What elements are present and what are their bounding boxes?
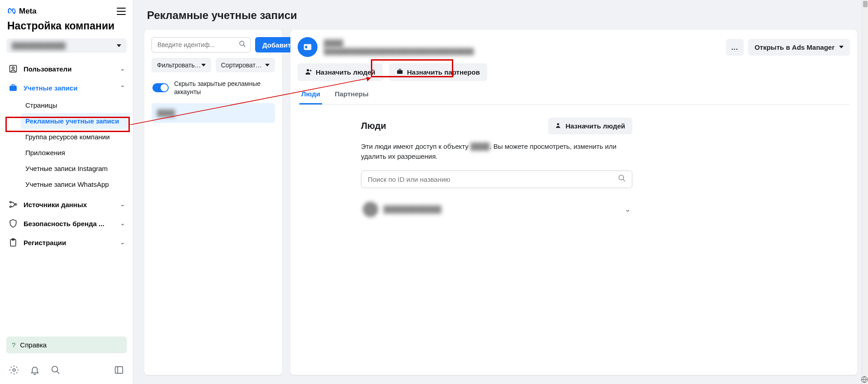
account-detail-panel: ████ ███████████████████████████████████… [290,30,857,375]
nav-accounts[interactable]: Учетные записи ⌃ [5,78,128,97]
search-input[interactable] [152,37,251,52]
help-icon: ? [12,341,15,349]
account-name: ████████████ [12,42,66,49]
search-icon[interactable] [51,365,61,377]
sidebar: Meta Настройка компании ████████████ Пол… [0,0,133,384]
hamburger-icon[interactable] [117,8,126,15]
toggle-label: Скрыть закрытые рекламные аккаунты [174,80,274,96]
brand-text: Meta [19,7,37,16]
assign-people-button-2[interactable]: Назначить людей [548,118,632,134]
search-icon [239,40,246,49]
chevron-down-icon: ⌄ [120,66,125,72]
chevron-up-icon: ⌃ [120,85,125,91]
people-heading: Люди [361,121,386,131]
more-button[interactable]: ... [726,39,744,56]
assign-partners-button[interactable]: Назначить партнеров [389,63,487,81]
nav-users[interactable]: Пользователи ⌄ [5,59,128,78]
person-plus-icon [305,68,312,76]
search-icon [618,174,626,184]
sub-ad-accounts[interactable]: Рекламные учетные записи [21,113,128,129]
filter-button[interactable]: Фильтровать ... [152,58,211,72]
sort-button[interactable]: Сортировать ... [216,58,275,72]
chevron-down-icon: ⌄ [120,201,125,208]
svg-rect-2 [10,86,17,91]
globe-icon[interactable] [861,376,868,383]
panel-icon[interactable] [114,365,124,377]
sub-apps[interactable]: Приложения [21,145,128,161]
sub-whatsapp[interactable]: Учетные записи WhatsApp [21,176,128,192]
detail-subtitle: ████████████████████████████████████ [324,48,505,55]
svg-point-11 [240,41,244,45]
vertical-scrollbar[interactable] [862,0,868,384]
meta-icon [7,6,17,16]
account-list-item[interactable]: ████ [152,103,275,123]
person-plus-icon [555,122,562,130]
accounts-list-panel: Добавить Фильтровать ... Сортировать ...… [144,30,282,375]
assign-people-button[interactable]: Назначить людей [298,63,383,81]
hide-closed-toggle[interactable] [152,83,169,92]
svg-point-17 [619,175,624,180]
tab-partners[interactable]: Партнеры [333,85,370,104]
caret-down-icon [201,64,206,66]
caret-down-icon [265,64,270,66]
svg-point-14 [307,69,309,71]
briefcase-icon [8,83,18,93]
nav-brand-safety[interactable]: Безопасность бренда ... ⌄ [5,214,128,233]
svg-rect-13 [305,46,308,48]
scroll-thumb[interactable] [863,1,868,7]
svg-point-3 [10,201,11,203]
nav-data-sources[interactable]: Источники данных ⌄ [5,195,128,214]
detail-title: ████ [324,39,720,47]
tab-people[interactable]: Люди [299,85,322,104]
svg-point-8 [13,369,15,371]
people-search-input[interactable] [361,171,632,188]
chevron-down-icon: ⌄ [625,205,631,213]
sub-instagram[interactable]: Учетные записи Instagram [21,161,128,176]
clipboard-icon [8,237,18,247]
open-ads-manager-button[interactable]: Открыть в Ads Manager [748,39,850,56]
shield-icon [8,218,18,228]
chevron-down-icon: ⌄ [120,220,125,227]
briefcase-icon [396,68,403,76]
meta-logo[interactable]: Meta [7,6,37,16]
caret-down-icon [117,44,121,47]
svg-rect-12 [304,44,312,50]
data-sources-icon [8,199,18,209]
caret-down-icon [839,46,844,48]
svg-point-5 [15,204,16,205]
svg-point-1 [12,67,14,69]
sub-pages[interactable]: Страницы [21,97,128,113]
sub-resource-group[interactable]: Группа ресурсов компании [21,129,128,145]
svg-point-16 [557,123,560,125]
people-description: Эти люди имеют доступ к объекту ████. Вы… [361,142,632,161]
nav-registrations[interactable]: Регистрации ⌄ [5,233,128,252]
svg-point-9 [52,366,58,372]
sidebar-title: Настройка компании [0,20,133,37]
person-row[interactable]: ████████████ ⌄ [361,197,632,222]
bell-icon[interactable] [30,365,40,377]
svg-point-4 [10,206,11,207]
account-icon [298,37,318,57]
main-content: Рекламные учетные записи Добавить Фильтр… [133,0,868,384]
gear-icon[interactable] [9,365,19,377]
page-title: Рекламные учетные записи [144,9,857,22]
users-icon [8,64,18,74]
svg-rect-0 [10,66,17,72]
avatar [363,202,378,217]
account-selector[interactable]: ████████████ [6,38,127,53]
help-button[interactable]: ? Справка [6,337,127,353]
svg-rect-10 [115,367,123,374]
chevron-down-icon: ⌄ [120,239,125,246]
person-name: ████████████ [384,205,441,213]
svg-rect-15 [397,70,403,74]
